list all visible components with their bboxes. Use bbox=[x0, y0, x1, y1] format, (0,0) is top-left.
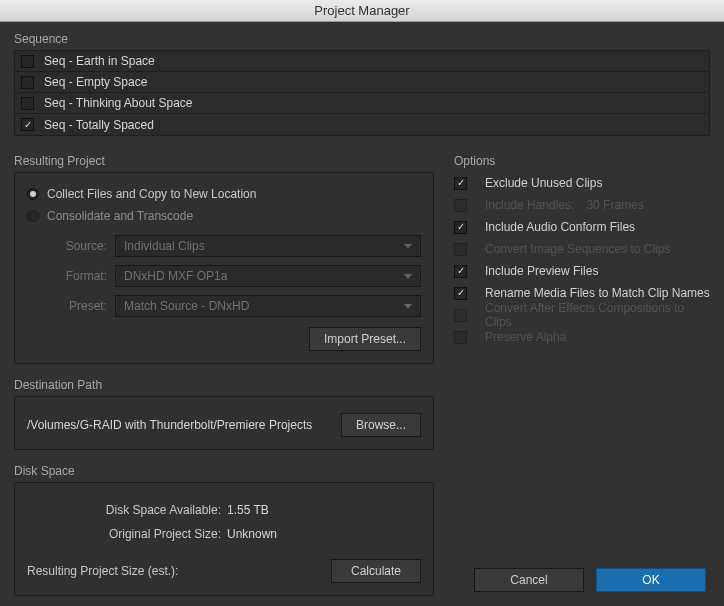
original-size-value: Unknown bbox=[227, 527, 277, 541]
destination-path-value: /Volumes/G-RAID with Thunderbolt/Premier… bbox=[27, 418, 327, 432]
destination-path-panel: /Volumes/G-RAID with Thunderbolt/Premier… bbox=[14, 396, 434, 450]
option-include-audio-conform[interactable]: Include Audio Conform Files bbox=[454, 216, 710, 238]
button-label: Import Preset... bbox=[324, 332, 406, 346]
option-label: Preserve Alpha bbox=[485, 330, 566, 344]
option-checkbox bbox=[454, 243, 467, 256]
option-label: Rename Media Files to Match Clip Names bbox=[485, 286, 710, 300]
sequence-row[interactable]: Seq - Earth in Space bbox=[15, 51, 709, 72]
sequence-name: Seq - Totally Spaced bbox=[44, 118, 154, 132]
option-checkbox bbox=[454, 309, 467, 322]
sequence-checkbox[interactable] bbox=[21, 97, 34, 110]
sequence-checkbox[interactable] bbox=[21, 55, 34, 68]
button-label: OK bbox=[642, 573, 659, 587]
window-titlebar: Project Manager bbox=[0, 0, 724, 22]
preset-label: Preset: bbox=[47, 299, 107, 313]
import-preset-button[interactable]: Import Preset... bbox=[309, 327, 421, 351]
sequence-checkbox[interactable] bbox=[21, 118, 34, 131]
options-panel: Exclude Unused Clips Include Handles: 30… bbox=[454, 172, 710, 348]
sequence-label: Sequence bbox=[14, 32, 710, 46]
radio-consolidate-transcode[interactable]: Consolidate and Transcode bbox=[27, 205, 421, 227]
option-include-preview-files[interactable]: Include Preview Files bbox=[454, 260, 710, 282]
sequence-list: Seq - Earth in Space Seq - Empty Space S… bbox=[14, 50, 710, 136]
resulting-size-label: Resulting Project Size (est.): bbox=[27, 564, 331, 578]
format-label: Format: bbox=[47, 269, 107, 283]
ok-button[interactable]: OK bbox=[596, 568, 706, 592]
cancel-button[interactable]: Cancel bbox=[474, 568, 584, 592]
sequence-checkbox[interactable] bbox=[21, 76, 34, 89]
option-convert-image-sequences: Convert Image Sequences to Clips bbox=[454, 238, 710, 260]
disk-space-panel: Disk Space Available: 1.55 TB Original P… bbox=[14, 482, 434, 596]
option-checkbox bbox=[454, 331, 467, 344]
sequence-name: Seq - Thinking About Space bbox=[44, 96, 193, 110]
option-label: Convert Image Sequences to Clips bbox=[485, 242, 670, 256]
dropdown-value: Individual Clips bbox=[124, 239, 205, 253]
dropdown-value: DNxHD MXF OP1a bbox=[124, 269, 227, 283]
radio-label: Collect Files and Copy to New Location bbox=[47, 187, 256, 201]
sequence-row[interactable]: Seq - Empty Space bbox=[15, 72, 709, 93]
radio-collect-files[interactable]: Collect Files and Copy to New Location bbox=[27, 183, 421, 205]
source-dropdown[interactable]: Individual Clips bbox=[115, 235, 421, 257]
disk-space-label: Disk Space bbox=[14, 464, 434, 478]
option-checkbox[interactable] bbox=[454, 221, 467, 234]
sequence-name: Seq - Empty Space bbox=[44, 75, 147, 89]
radio-label: Consolidate and Transcode bbox=[47, 209, 193, 223]
disk-available-label: Disk Space Available: bbox=[27, 503, 227, 517]
source-label: Source: bbox=[47, 239, 107, 253]
original-size-label: Original Project Size: bbox=[27, 527, 227, 541]
format-dropdown[interactable]: DNxHD MXF OP1a bbox=[115, 265, 421, 287]
options-label: Options bbox=[454, 154, 710, 168]
disk-available-value: 1.55 TB bbox=[227, 503, 269, 517]
option-value: 30 Frames bbox=[586, 198, 643, 212]
option-checkbox[interactable] bbox=[454, 265, 467, 278]
option-include-handles: Include Handles: 30 Frames bbox=[454, 194, 710, 216]
sequence-row[interactable]: Seq - Thinking About Space bbox=[15, 93, 709, 114]
dialog-footer: Cancel OK bbox=[474, 568, 706, 592]
option-convert-ae-compositions: Convert After Effects Compositions to Cl… bbox=[454, 304, 710, 326]
destination-path-label: Destination Path bbox=[14, 378, 434, 392]
button-label: Browse... bbox=[356, 418, 406, 432]
browse-button[interactable]: Browse... bbox=[341, 413, 421, 437]
preset-dropdown[interactable]: Match Source - DNxHD bbox=[115, 295, 421, 317]
option-label: Include Preview Files bbox=[485, 264, 598, 278]
dropdown-value: Match Source - DNxHD bbox=[124, 299, 249, 313]
option-checkbox bbox=[454, 199, 467, 212]
option-checkbox[interactable] bbox=[454, 177, 467, 190]
option-label: Include Audio Conform Files bbox=[485, 220, 635, 234]
button-label: Calculate bbox=[351, 564, 401, 578]
option-preserve-alpha: Preserve Alpha bbox=[454, 326, 710, 348]
option-exclude-unused-clips[interactable]: Exclude Unused Clips bbox=[454, 172, 710, 194]
option-label: Exclude Unused Clips bbox=[485, 176, 602, 190]
chevron-down-icon bbox=[404, 304, 412, 309]
radio-icon[interactable] bbox=[27, 210, 39, 222]
chevron-down-icon bbox=[404, 244, 412, 249]
option-checkbox[interactable] bbox=[454, 287, 467, 300]
radio-icon[interactable] bbox=[27, 188, 39, 200]
sequence-row[interactable]: Seq - Totally Spaced bbox=[15, 114, 709, 135]
calculate-button[interactable]: Calculate bbox=[331, 559, 421, 583]
sequence-name: Seq - Earth in Space bbox=[44, 54, 155, 68]
option-label: Convert After Effects Compositions to Cl… bbox=[485, 301, 710, 329]
dialog-content: Sequence Seq - Earth in Space Seq - Empt… bbox=[0, 22, 724, 606]
option-label: Include Handles: bbox=[485, 198, 574, 212]
button-label: Cancel bbox=[510, 573, 547, 587]
chevron-down-icon bbox=[404, 274, 412, 279]
resulting-project-panel: Collect Files and Copy to New Location C… bbox=[14, 172, 434, 364]
window-title: Project Manager bbox=[314, 3, 409, 18]
resulting-project-label: Resulting Project bbox=[14, 154, 434, 168]
